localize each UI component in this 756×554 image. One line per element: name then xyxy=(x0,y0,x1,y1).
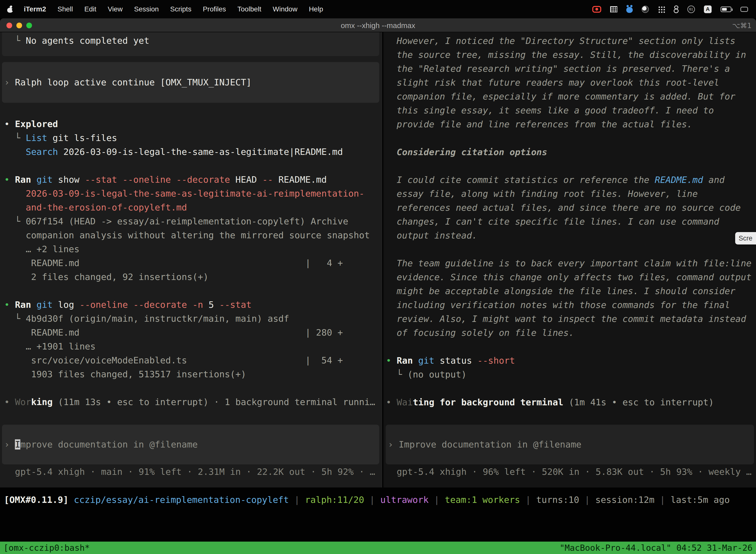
terminal-line: 1903 files changed, 513517 insertions(+) xyxy=(4,367,381,381)
omx-status-line: [OMX#0.11.9] cczip/essay/ai-reimplementa… xyxy=(4,493,730,507)
terminal-line: including verification notes with those … xyxy=(386,298,756,312)
dots-grid-icon[interactable] xyxy=(658,6,665,13)
terminal-line: the "Related research writing" section i… xyxy=(386,62,756,76)
right-input-line: › Improve documentation in @filename xyxy=(388,438,581,451)
right-history: However, I noticed the "Directory Struct… xyxy=(384,32,756,409)
terminal-line xyxy=(4,284,381,298)
terminal-line: companion file, especially if more comme… xyxy=(386,90,756,104)
terminal-line: However, I noticed the "Directory Struct… xyxy=(386,34,756,48)
menu-item-iterm2[interactable]: iTerm2 xyxy=(24,5,46,13)
terminal-line: … +2 lines xyxy=(4,242,381,256)
battery-icon[interactable] xyxy=(720,6,732,12)
left-history: • Explored └ List git ls-files Search 20… xyxy=(0,117,381,409)
terminal-line: 2026-03-09-is-legal-the-same-as-legitima… xyxy=(4,187,381,201)
menu-item-edit[interactable]: Edit xyxy=(84,5,96,13)
macos-menu-bar: iTerm2ShellEditViewSessionScriptsProfile… xyxy=(0,0,756,18)
left-status-line: gpt-5.4 xhigh · main · 91% left · 2.31M … xyxy=(0,465,381,479)
menu-item-window[interactable]: Window xyxy=(273,5,298,13)
terminal-line: └ 4b9d30f (origin/main, instructkr/main,… xyxy=(4,312,381,326)
terminal-line: output instead. xyxy=(386,229,756,242)
paw-extension-icon[interactable] xyxy=(626,7,633,13)
terminal-line: Considering citation options xyxy=(386,145,756,159)
terminal-line xyxy=(4,159,381,173)
terminal-line: Search 2026-03-09-is-legal-the-same-as-l… xyxy=(4,145,381,159)
terminal-line: this single essay, it seems like a good … xyxy=(386,104,756,117)
terminal-line: changes, I can't cite specific file line… xyxy=(386,215,756,229)
meter-value: 61 xyxy=(689,7,693,11)
terminal-line: might be acceptable alongside the file l… xyxy=(386,284,756,298)
grid-extension-icon[interactable] xyxy=(610,6,617,12)
ralph-loop-banner: › Ralph loop active continue [OMX_TMUX_I… xyxy=(2,62,379,103)
menu-item-profiles[interactable]: Profiles xyxy=(203,5,226,13)
terminal-line xyxy=(4,381,381,395)
agents-panel: └ No agents completed yet xyxy=(2,32,379,56)
tmux-session-window: [omx-cczip0:bash* xyxy=(3,543,90,553)
input-source-letter: A xyxy=(706,6,710,12)
apple-logo[interactable] xyxy=(7,5,13,13)
battery-fill xyxy=(722,8,727,11)
menu-item-scripts[interactable]: Scripts xyxy=(170,5,191,13)
right-status-line: gpt-5.4 xhigh · 96% left · 520K in · 5.8… xyxy=(384,465,756,479)
terminal-line: └ List git ls-files xyxy=(4,131,381,145)
right-prompt-input[interactable]: › Improve documentation in @filename xyxy=(386,425,754,464)
menu-item-toolbelt[interactable]: Toolbelt xyxy=(237,5,261,13)
tmux-status-bar: [omx-cczip0:bash* "MacBook-Pro-44.local"… xyxy=(0,542,756,554)
battery-meter-icon[interactable]: 61 xyxy=(687,5,695,13)
terminal-line: I could cite commit statistics or refere… xyxy=(386,173,756,187)
menu-item-shell[interactable]: Shell xyxy=(58,5,73,13)
terminal-line: and-the-erosion-of-copyleft.md xyxy=(4,201,381,214)
tmux-host-clock: "MacBook-Pro-44.local" 04:52 31-Mar-26 xyxy=(560,543,753,553)
terminal-line: • Waiting for background terminal (1m 41… xyxy=(386,395,756,409)
terminal-line: src/voice/voiceModeEnabled.ts | 54 + xyxy=(4,353,381,367)
terminal-line: 2 files changed, 92 insertions(+) xyxy=(4,270,381,284)
terminal-line: evidence. Since this change only affects… xyxy=(386,270,756,284)
terminal-line xyxy=(386,340,756,354)
terminal-line: provide file and line references from th… xyxy=(386,117,756,131)
arc-browser-icon[interactable] xyxy=(642,6,649,13)
terminal-line: └ (no output) xyxy=(386,368,756,382)
menubar-status-icons: 61 A xyxy=(592,5,748,13)
ralph-loop-line: › Ralph loop active continue [OMX_TMUX_I… xyxy=(4,75,252,89)
figure-eight-icon[interactable] xyxy=(674,5,678,13)
terminal-line: the source tree, missing the essay. Stil… xyxy=(386,48,756,62)
input-source-icon[interactable]: A xyxy=(704,5,712,13)
right-terminal-pane[interactable]: However, I noticed the "Directory Struct… xyxy=(384,32,756,488)
terminal-line: essay file, along with finding root file… xyxy=(386,187,756,201)
left-input-line: › Improve documentation in @filename xyxy=(4,438,198,451)
terminal-line: • Explored xyxy=(4,117,381,131)
omx-status-bar: [OMX#0.11.9] cczip/essay/ai-reimplementa… xyxy=(0,488,756,542)
menu-items: iTerm2ShellEditViewSessionScriptsProfile… xyxy=(24,5,323,13)
terminal-line: companion analysis without altering the … xyxy=(4,228,381,242)
terminal-line: README.md | 280 + xyxy=(4,326,381,340)
agents-status-line: └ No agents completed yet xyxy=(4,34,379,48)
terminal-line: └ 067f154 (HEAD -> essay/ai-reimplementa… xyxy=(4,214,381,228)
terminal-line xyxy=(386,382,756,395)
terminal-line: slight risk that future readers may over… xyxy=(386,76,756,90)
terminal-line: • Ran git status --short xyxy=(386,354,756,368)
terminal-line: • Working (11m 13s • esc to interrupt) ·… xyxy=(4,395,381,409)
menu-item-help[interactable]: Help xyxy=(309,5,323,13)
window-title-bar[interactable]: omx --xhigh --madmax ⌥⌘1 xyxy=(0,18,756,32)
terminal-line: README.md | 4 + xyxy=(4,256,381,270)
pane-divider[interactable] xyxy=(381,32,384,488)
terminal-line: review. Also, I might want to inspect th… xyxy=(386,312,756,326)
screen-floating-tab[interactable]: Scre xyxy=(735,232,756,244)
window-shortcut: ⌥⌘1 xyxy=(732,21,752,30)
terminal-line: • Ran git show --stat --oneline --decora… xyxy=(4,173,381,187)
terminal-line xyxy=(386,159,756,173)
screen-recording-icon[interactable] xyxy=(592,6,601,13)
menu-item-session[interactable]: Session xyxy=(134,5,159,13)
terminal-line: of focusing solely on file lines. xyxy=(386,326,756,340)
terminal-line: references need actual files, and since … xyxy=(386,201,756,215)
terminal-line xyxy=(386,131,756,145)
terminal-line: The team guideline is to back every impo… xyxy=(386,257,756,270)
menu-item-view[interactable]: View xyxy=(108,5,123,13)
window-title: omx --xhigh --madmax xyxy=(0,21,756,30)
left-prompt-input[interactable]: › Improve documentation in @filename xyxy=(2,425,379,464)
terminal-line: … +1901 lines xyxy=(4,340,381,353)
left-terminal-pane[interactable]: └ No agents completed yet › Ralph loop a… xyxy=(0,32,381,488)
terminal-split-panes: └ No agents completed yet › Ralph loop a… xyxy=(0,32,756,488)
terminal-line xyxy=(386,242,756,257)
control-center-icon[interactable] xyxy=(740,7,748,12)
terminal-line: • Ran git log --oneline --decorate -n 5 … xyxy=(4,298,381,312)
